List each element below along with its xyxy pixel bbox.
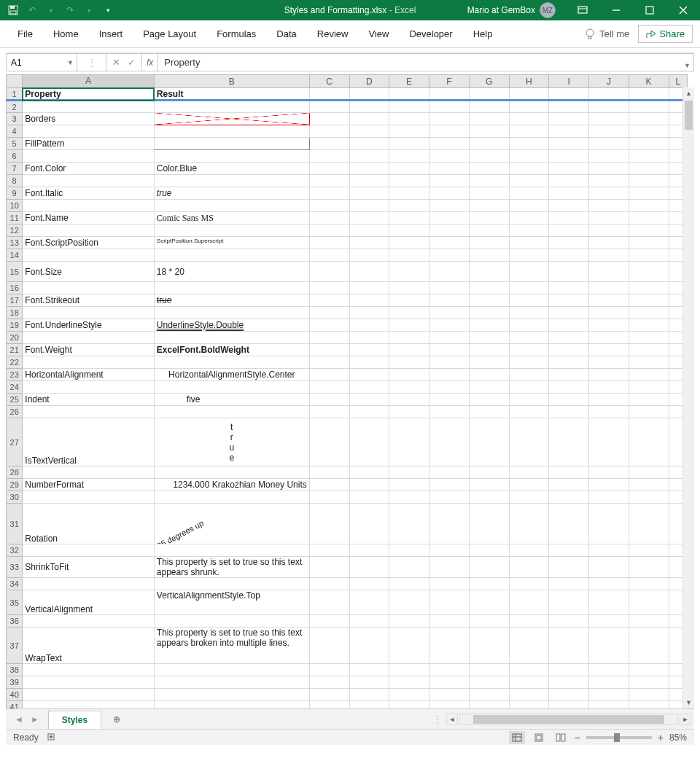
column-headers[interactable]: A B C D E F G H I J K L: [7, 75, 688, 88]
zoom-level[interactable]: 85%: [669, 732, 687, 743]
cell[interactable]: This property is set to true so this tex…: [154, 557, 309, 578]
row-header[interactable]: 38: [7, 664, 23, 676]
cell-rotation[interactable]: 35 degrees up: [154, 504, 309, 544]
row-header[interactable]: 27: [7, 418, 23, 466]
zoom-slider[interactable]: [586, 736, 652, 739]
col-header-G[interactable]: G: [469, 75, 509, 88]
row-header[interactable]: 34: [7, 578, 23, 590]
scroll-left-icon[interactable]: ◄: [446, 714, 458, 725]
scroll-up-icon[interactable]: ▲: [683, 87, 694, 99]
chevron-down-icon[interactable]: ▼: [67, 59, 74, 66]
row-header[interactable]: 31: [7, 504, 23, 544]
row-header[interactable]: 3: [7, 113, 23, 125]
cell[interactable]: Font.Size: [23, 262, 155, 282]
hscroll-track[interactable]: [459, 714, 678, 725]
accept-formula-icon[interactable]: ✓: [128, 57, 136, 68]
cell[interactable]: Font.Color: [23, 163, 155, 175]
cell[interactable]: UnderlineStyle.Double: [154, 319, 309, 332]
col-header-I[interactable]: I: [549, 75, 589, 88]
col-header-A[interactable]: A: [23, 75, 155, 88]
row-header[interactable]: 5: [7, 138, 23, 150]
tab-developer[interactable]: Developer: [399, 23, 462, 45]
formula-bar-resize[interactable]: ⋮: [77, 53, 106, 71]
row-header[interactable]: 24: [7, 381, 23, 394]
avatar[interactable]: MZ: [540, 2, 556, 18]
row-header[interactable]: 30: [7, 491, 23, 504]
add-sheet-icon[interactable]: ⊕: [107, 709, 126, 729]
row-header[interactable]: 12: [7, 224, 23, 237]
row-header[interactable]: 18: [7, 307, 23, 319]
save-icon[interactable]: [4, 1, 22, 19]
cell[interactable]: 18 * 20: [154, 262, 309, 282]
row-header[interactable]: 6: [7, 150, 23, 163]
row-header[interactable]: 36: [7, 615, 23, 628]
cell[interactable]: FillPattern: [23, 138, 155, 150]
horizontal-scrollbar[interactable]: ◄ ►: [446, 709, 694, 729]
row-header[interactable]: 1: [7, 88, 23, 101]
tell-me[interactable]: Tell me: [585, 28, 629, 40]
qat-customize-icon[interactable]: ▾: [99, 1, 117, 19]
cell[interactable]: HorizontalAlignmentStyle.Center: [154, 369, 309, 381]
scrollbar-thumb[interactable]: [685, 101, 693, 130]
row-header[interactable]: 2: [7, 101, 23, 113]
row-header[interactable]: 4: [7, 125, 23, 138]
cell[interactable]: Color.Blue: [154, 163, 309, 175]
undo-more-icon[interactable]: ▾: [42, 1, 60, 19]
share-button[interactable]: Share: [638, 25, 693, 43]
sheet-tab-styles[interactable]: Styles: [48, 711, 101, 729]
view-normal-icon[interactable]: [509, 731, 525, 744]
row-header[interactable]: 11: [7, 212, 23, 224]
redo-more-icon[interactable]: ▾: [80, 1, 98, 19]
row-header[interactable]: 40: [7, 689, 23, 701]
view-page-layout-icon[interactable]: [531, 731, 547, 744]
row-header[interactable]: 29: [7, 479, 23, 491]
cell[interactable]: ExcelFont.BoldWeight: [154, 344, 309, 356]
tab-split-handle[interactable]: ⋮: [433, 714, 442, 724]
tab-formulas[interactable]: Formulas: [206, 23, 266, 45]
tab-help[interactable]: Help: [463, 23, 503, 45]
col-header-L[interactable]: L: [669, 75, 688, 88]
minimize-icon[interactable]: [599, 0, 633, 20]
zoom-in-icon[interactable]: +: [658, 732, 664, 743]
cell-vertical-text[interactable]: true: [154, 418, 309, 466]
col-header-J[interactable]: J: [589, 75, 629, 88]
view-page-break-icon[interactable]: [553, 731, 569, 744]
fx-label[interactable]: fx: [142, 53, 158, 71]
tab-next-icon[interactable]: ►: [31, 714, 39, 724]
row-header[interactable]: 22: [7, 356, 23, 369]
col-header-D[interactable]: D: [349, 75, 389, 88]
row-header[interactable]: 10: [7, 200, 23, 212]
name-box[interactable]: A1▼: [6, 53, 77, 71]
row-header[interactable]: 41: [7, 701, 23, 709]
maximize-icon[interactable]: [633, 0, 666, 20]
tab-page-layout[interactable]: Page Layout: [133, 23, 206, 45]
cell-borders-demo[interactable]: [154, 113, 309, 125]
cancel-formula-icon[interactable]: ✕: [112, 57, 120, 68]
macro-record-icon[interactable]: [47, 732, 58, 743]
ribbon-display-icon[interactable]: [566, 0, 599, 20]
cell[interactable]: VerticalAlignmentStyle.Top: [154, 590, 309, 615]
cell[interactable]: Font.ScriptPosition: [23, 237, 155, 249]
row-header[interactable]: 21: [7, 344, 23, 356]
tab-file[interactable]: File: [7, 23, 43, 45]
row-header[interactable]: 26: [7, 406, 23, 418]
zoom-slider-thumb[interactable]: [614, 733, 620, 742]
col-header-F[interactable]: F: [429, 75, 470, 88]
tab-review[interactable]: Review: [307, 23, 359, 45]
cell[interactable]: true: [154, 294, 309, 307]
formula-input[interactable]: Property▼: [158, 53, 694, 71]
redo-icon[interactable]: ↷: [61, 1, 79, 19]
row-header[interactable]: 25: [7, 394, 23, 406]
row-header[interactable]: 37: [7, 628, 23, 664]
cell[interactable]: Font.UnderlineStyle: [23, 319, 155, 332]
cell-B1[interactable]: Result: [154, 88, 309, 101]
select-all-corner[interactable]: [7, 75, 23, 88]
cell[interactable]: NumberFormat: [23, 479, 155, 491]
scroll-right-icon[interactable]: ►: [680, 714, 691, 725]
undo-icon[interactable]: ↶: [23, 1, 41, 19]
col-header-C[interactable]: C: [309, 75, 349, 88]
col-header-K[interactable]: K: [629, 75, 669, 88]
cell-A1[interactable]: Property: [23, 88, 155, 101]
tab-view[interactable]: View: [358, 23, 399, 45]
cell[interactable]: Borders: [23, 113, 155, 125]
